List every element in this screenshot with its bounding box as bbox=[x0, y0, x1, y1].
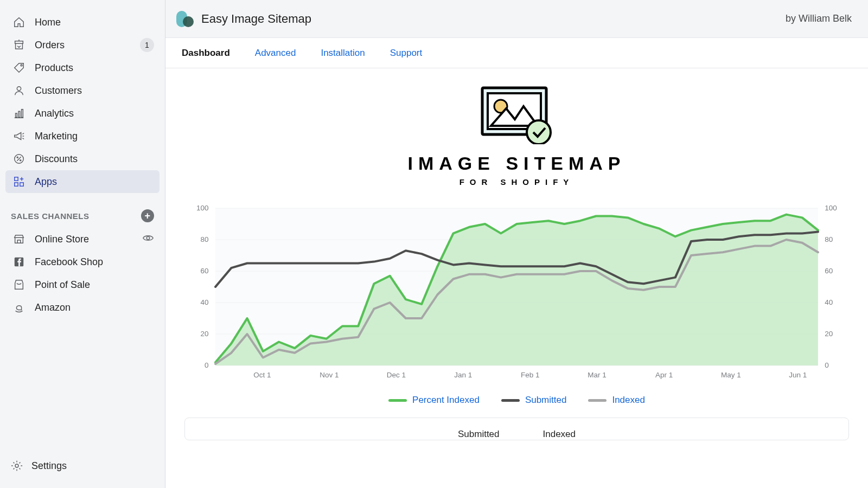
eye-icon[interactable] bbox=[142, 232, 154, 247]
svg-point-6 bbox=[17, 157, 18, 158]
svg-rect-2 bbox=[16, 113, 17, 117]
svg-text:80: 80 bbox=[825, 235, 833, 243]
svg-point-7 bbox=[20, 160, 21, 161]
svg-point-17 bbox=[527, 120, 551, 144]
orders-badge: 1 bbox=[140, 38, 154, 52]
svg-text:20: 20 bbox=[825, 330, 833, 338]
tab-installation[interactable]: Installation bbox=[321, 48, 365, 59]
svg-text:Apr 1: Apr 1 bbox=[655, 371, 673, 379]
svg-point-1 bbox=[17, 87, 21, 91]
svg-text:Dec 1: Dec 1 bbox=[387, 371, 406, 379]
svg-text:80: 80 bbox=[201, 235, 209, 243]
table-header-submitted: Submitted bbox=[458, 429, 500, 440]
svg-rect-9 bbox=[20, 183, 23, 186]
sidebar-item-label: Products bbox=[35, 62, 154, 74]
app-header: Easy Image Sitemap by William Belk bbox=[165, 0, 868, 38]
app-title: Easy Image Sitemap bbox=[201, 12, 311, 26]
hero: IMAGE SITEMAP FOR SHOPIFY bbox=[184, 85, 849, 187]
sidebar-item-home[interactable]: Home bbox=[5, 11, 159, 34]
amazon-icon bbox=[11, 301, 27, 313]
sidebar-item-label: Marketing bbox=[35, 131, 154, 142]
sidebar-item-analytics[interactable]: Analytics bbox=[5, 102, 159, 125]
app-byline: by William Belk bbox=[786, 13, 852, 24]
hero-image-icon bbox=[479, 85, 555, 144]
sidebar-item-apps[interactable]: Apps bbox=[5, 170, 159, 193]
sidebar-item-customers[interactable]: Customers bbox=[5, 79, 159, 102]
table-header-indexed: Indexed bbox=[543, 429, 576, 440]
chart-legend: Percent IndexedSubmittedIndexed bbox=[184, 395, 849, 406]
store-icon bbox=[11, 233, 27, 245]
apps-icon bbox=[11, 176, 27, 188]
svg-text:100: 100 bbox=[196, 204, 209, 212]
sidebar-item-label: Analytics bbox=[35, 108, 154, 119]
summary-table: Submitted Indexed bbox=[184, 418, 849, 440]
channel-pos[interactable]: Point of Sale bbox=[5, 273, 159, 296]
discount-icon bbox=[11, 153, 27, 165]
sidebar-item-label: Customers bbox=[35, 85, 154, 97]
main: Easy Image Sitemap by William Belk Dashb… bbox=[165, 0, 868, 488]
legend-swatch bbox=[588, 399, 607, 402]
hero-title: IMAGE SITEMAP bbox=[407, 153, 626, 174]
legend-swatch bbox=[388, 399, 407, 402]
add-channel-button[interactable]: + bbox=[141, 209, 154, 222]
orders-icon bbox=[11, 39, 27, 51]
svg-text:May 1: May 1 bbox=[721, 371, 741, 379]
legend-label: Percent Indexed bbox=[412, 395, 480, 406]
svg-text:Feb 1: Feb 1 bbox=[521, 371, 540, 379]
svg-text:0: 0 bbox=[205, 361, 209, 369]
svg-rect-4 bbox=[22, 110, 23, 118]
svg-point-13 bbox=[15, 464, 18, 467]
chart: 020406080100020406080100Oct 1Nov 1Dec 1J… bbox=[184, 203, 849, 406]
sidebar-item-label: Home bbox=[35, 17, 154, 28]
legend-item[interactable]: Submitted bbox=[501, 395, 567, 406]
hero-subtitle: FOR SHOPIFY bbox=[459, 177, 575, 187]
analytics-icon bbox=[11, 107, 27, 119]
tag-icon bbox=[11, 62, 27, 74]
section-title: SALES CHANNELS bbox=[11, 211, 90, 221]
sales-channels-header: SALES CHANNELS + bbox=[0, 193, 165, 228]
svg-text:Jun 1: Jun 1 bbox=[789, 371, 807, 379]
channel-facebook[interactable]: Facebook Shop bbox=[5, 251, 159, 273]
legend-item[interactable]: Indexed bbox=[588, 395, 645, 406]
svg-text:Nov 1: Nov 1 bbox=[320, 371, 339, 379]
app-logo-icon bbox=[176, 10, 195, 28]
svg-text:Oct 1: Oct 1 bbox=[253, 371, 271, 379]
channel-amazon[interactable]: Amazon bbox=[5, 296, 159, 319]
channel-label: Point of Sale bbox=[35, 279, 154, 291]
person-icon bbox=[11, 85, 27, 97]
svg-rect-10 bbox=[15, 183, 18, 186]
legend-label: Submitted bbox=[525, 395, 567, 406]
tab-support[interactable]: Support bbox=[390, 48, 423, 59]
svg-text:40: 40 bbox=[825, 298, 833, 306]
sidebar-item-products[interactable]: Products bbox=[5, 56, 159, 79]
channel-online-store[interactable]: Online Store bbox=[5, 228, 159, 251]
svg-text:60: 60 bbox=[825, 267, 833, 275]
legend-item[interactable]: Percent Indexed bbox=[388, 395, 480, 406]
sidebar-item-discounts[interactable]: Discounts bbox=[5, 147, 159, 170]
svg-point-11 bbox=[146, 236, 150, 240]
svg-point-0 bbox=[21, 65, 22, 66]
channel-label: Facebook Shop bbox=[35, 256, 154, 268]
tab-dashboard[interactable]: Dashboard bbox=[182, 48, 230, 59]
svg-text:0: 0 bbox=[825, 361, 829, 369]
tab-bar: Dashboard Advanced Installation Support bbox=[165, 38, 868, 68]
svg-text:40: 40 bbox=[201, 298, 209, 306]
sidebar-item-marketing[interactable]: Marketing bbox=[5, 125, 159, 147]
channels-nav: Online Store Facebook Shop Point of Sale… bbox=[0, 228, 165, 319]
svg-text:100: 100 bbox=[825, 204, 837, 212]
settings-label: Settings bbox=[31, 460, 67, 472]
legend-label: Indexed bbox=[612, 395, 645, 406]
channel-label: Amazon bbox=[35, 302, 154, 313]
sidebar-item-orders[interactable]: Orders 1 bbox=[5, 34, 159, 56]
facebook-icon bbox=[11, 256, 27, 268]
channel-label: Online Store bbox=[35, 234, 142, 245]
primary-nav: Home Orders 1 Products Customers A bbox=[0, 0, 165, 193]
sidebar-settings[interactable]: Settings bbox=[0, 449, 165, 488]
sidebar-item-label: Discounts bbox=[35, 153, 154, 165]
tab-advanced[interactable]: Advanced bbox=[255, 48, 296, 59]
svg-text:20: 20 bbox=[201, 330, 209, 338]
pos-icon bbox=[11, 279, 27, 291]
sidebar-item-label: Apps bbox=[35, 176, 154, 188]
sidebar-item-label: Orders bbox=[35, 40, 140, 51]
legend-swatch bbox=[501, 399, 520, 402]
